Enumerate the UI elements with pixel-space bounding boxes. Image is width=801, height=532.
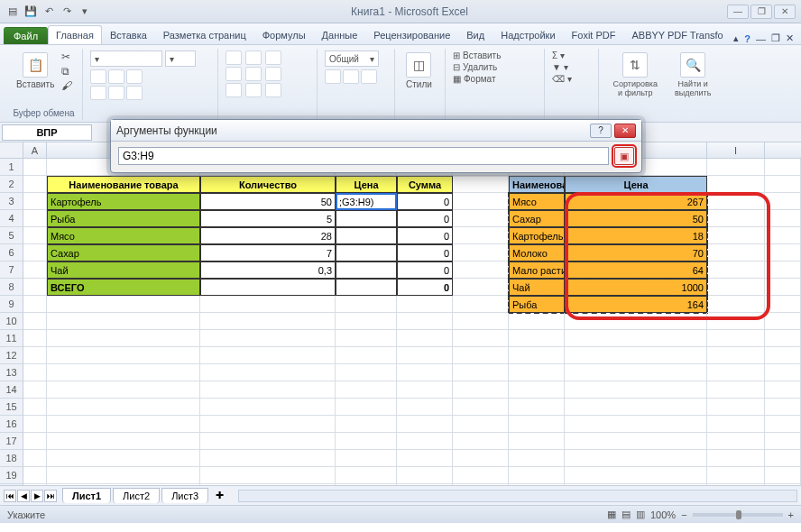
cell[interactable] (23, 296, 47, 313)
dialog-help-button[interactable]: ? (590, 124, 612, 138)
cell[interactable] (565, 416, 707, 433)
cell[interactable] (336, 347, 397, 364)
cell[interactable] (200, 330, 336, 347)
cell[interactable] (707, 347, 765, 364)
name-box[interactable]: ВПР (2, 124, 92, 141)
tab-view[interactable]: Вид (458, 25, 493, 44)
cell[interactable]: Цена (336, 176, 397, 193)
undo-icon[interactable]: ↶ (41, 5, 56, 19)
sheet-nav-first-icon[interactable]: ⏮ (4, 490, 16, 502)
underline-button[interactable] (126, 69, 143, 84)
cell[interactable] (336, 313, 397, 330)
tab-data[interactable]: Данные (314, 25, 366, 44)
cell[interactable] (453, 416, 509, 433)
cell[interactable]: Мясо (509, 193, 565, 210)
cell[interactable] (397, 433, 453, 450)
cell[interactable] (765, 381, 801, 399)
cell[interactable]: 64 (565, 261, 707, 279)
format-cells-icon[interactable]: ▦ (453, 74, 461, 84)
cell[interactable] (509, 450, 565, 467)
indent-inc-button[interactable] (245, 83, 262, 97)
cell[interactable] (200, 416, 336, 433)
cell[interactable] (200, 484, 336, 485)
cell[interactable] (707, 399, 765, 416)
cell[interactable] (707, 381, 765, 399)
cell[interactable] (336, 433, 397, 450)
view-page-break-icon[interactable]: ▥ (636, 509, 645, 520)
tab-file[interactable]: Файл (4, 27, 48, 44)
cell[interactable] (765, 416, 801, 433)
save-icon[interactable]: 💾 (23, 5, 38, 19)
cell[interactable] (200, 364, 336, 381)
close-window-button[interactable]: ✕ (774, 5, 796, 19)
align-top-button[interactable] (226, 50, 242, 65)
cell[interactable] (765, 176, 801, 193)
sheet-nav-last-icon[interactable]: ⏭ (44, 490, 57, 502)
cell[interactable]: 0 (397, 279, 453, 296)
currency-button[interactable] (325, 69, 341, 84)
cell[interactable] (23, 330, 47, 347)
cell[interactable] (765, 244, 801, 261)
cell[interactable]: ВСЕГО (47, 279, 200, 296)
cell[interactable] (453, 347, 509, 364)
row-header[interactable]: 10 (0, 313, 23, 330)
insert-cells-icon[interactable]: ⊞ (453, 50, 460, 60)
cell[interactable] (397, 330, 453, 347)
cell[interactable] (336, 381, 397, 399)
cell[interactable] (765, 399, 801, 416)
view-page-layout-icon[interactable]: ▤ (621, 509, 631, 520)
row-header[interactable]: 5 (0, 227, 23, 244)
cell[interactable]: Картофель (509, 227, 565, 244)
cell[interactable] (565, 399, 707, 416)
cell[interactable] (23, 176, 47, 193)
row-header[interactable]: 20 (0, 484, 23, 485)
cell[interactable] (509, 416, 565, 433)
cell[interactable] (765, 467, 801, 484)
cell[interactable] (707, 227, 765, 244)
cell[interactable] (336, 227, 397, 244)
cell[interactable] (397, 313, 453, 330)
worksheet-grid[interactable]: A B C D E F G H I 1234567891011121314151… (0, 142, 801, 485)
cell[interactable] (509, 364, 565, 381)
cell[interactable] (565, 313, 707, 330)
cell[interactable] (200, 296, 336, 313)
doc-close-icon[interactable]: ✕ (786, 32, 794, 44)
cell[interactable] (765, 450, 801, 467)
cell[interactable] (453, 261, 509, 279)
help-icon[interactable]: ? (744, 33, 750, 44)
cell[interactable] (397, 364, 453, 381)
cell[interactable] (23, 433, 47, 450)
cell[interactable] (565, 330, 707, 347)
cell[interactable] (509, 433, 565, 450)
cell[interactable] (47, 296, 200, 313)
row-header[interactable]: 14 (0, 381, 23, 399)
cell[interactable]: 267 (565, 193, 707, 210)
row-header[interactable]: 13 (0, 364, 23, 381)
cell[interactable] (765, 330, 801, 347)
delete-cells-label[interactable]: Удалить (463, 62, 497, 72)
cell[interactable]: 164 (565, 296, 707, 313)
cell[interactable] (453, 244, 509, 261)
cell[interactable]: 28 (200, 227, 336, 244)
cell[interactable] (707, 467, 765, 484)
autosum-icon[interactable]: Σ (552, 50, 557, 60)
cell[interactable] (200, 450, 336, 467)
cell[interactable]: 0 (397, 261, 453, 279)
sort-filter-button[interactable]: ⇅Сортировка и фильтр (606, 50, 664, 99)
cell[interactable]: Сахар (509, 210, 565, 227)
range-input[interactable] (118, 147, 609, 165)
italic-button[interactable] (108, 69, 124, 84)
row-header[interactable]: 12 (0, 347, 23, 364)
cell[interactable] (23, 381, 47, 399)
cell[interactable] (23, 210, 47, 227)
cell[interactable] (23, 450, 47, 467)
align-right-button[interactable] (265, 67, 281, 81)
cell[interactable]: 5 (200, 210, 336, 227)
row-header[interactable]: 19 (0, 467, 23, 484)
cell[interactable] (47, 399, 200, 416)
cell[interactable] (707, 159, 765, 176)
ribbon-minimize-icon[interactable]: ▴ (733, 32, 739, 44)
cell[interactable] (707, 433, 765, 450)
cell[interactable] (336, 210, 397, 227)
zoom-in-button[interactable]: + (788, 509, 794, 520)
